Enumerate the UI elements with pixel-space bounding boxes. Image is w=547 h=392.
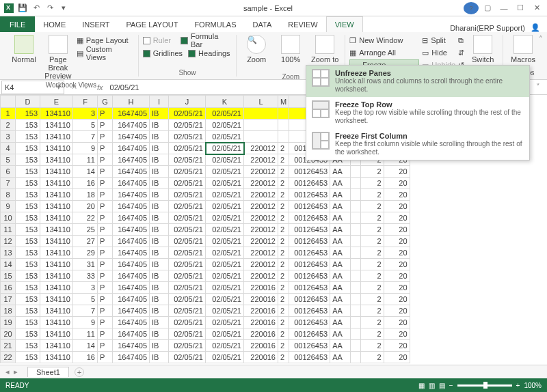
cell[interactable]: 1647405 — [113, 224, 150, 236]
cell[interactable]: AA — [330, 340, 351, 352]
cell[interactable]: 2 — [360, 270, 384, 282]
formula-bar-checkbox[interactable]: Formula Bar — [181, 35, 232, 46]
cell[interactable] — [351, 305, 360, 317]
cell[interactable]: P — [98, 282, 113, 294]
cell[interactable]: 02/05/21 — [169, 270, 206, 282]
cell[interactable]: IB — [150, 294, 169, 305]
cell[interactable]: 02/05/21 — [169, 189, 206, 201]
cell[interactable]: 2 — [278, 166, 289, 178]
row-header[interactable]: 18 — [1, 305, 16, 317]
cell[interactable]: 02/05/21 — [206, 189, 244, 201]
cell[interactable]: 31 — [73, 259, 98, 270]
cell[interactable]: 7 — [73, 131, 98, 143]
tab-formulas[interactable]: FORMULAS — [186, 16, 244, 32]
cell[interactable]: 2 — [360, 224, 384, 236]
expand-formula-bar-icon[interactable]: ˅ — [536, 83, 544, 91]
cell[interactable]: 02/05/21 — [169, 131, 206, 143]
cell[interactable]: 134110 — [40, 178, 73, 189]
cell[interactable]: 2 — [278, 294, 289, 305]
cell[interactable]: 00126453 — [289, 236, 330, 247]
cell[interactable]: IB — [150, 212, 169, 224]
cell[interactable]: 20 — [384, 236, 410, 247]
cell[interactable] — [351, 328, 360, 340]
cell[interactable]: 134110 — [40, 270, 73, 282]
cell[interactable]: 153 — [16, 212, 40, 224]
cell[interactable]: 00126453 — [289, 189, 330, 201]
cell[interactable]: 134110 — [40, 224, 73, 236]
cell[interactable]: P — [98, 270, 113, 282]
ribbon-display-icon[interactable]: ▢ — [480, 2, 495, 14]
cell[interactable]: P — [98, 178, 113, 189]
cell[interactable]: 2 — [360, 294, 384, 305]
cell[interactable]: 20 — [384, 247, 410, 259]
cell[interactable]: 02/05/21 — [169, 247, 206, 259]
cell[interactable] — [351, 317, 360, 328]
col-header-F[interactable]: F — [73, 96, 98, 108]
cell[interactable]: 14 — [73, 340, 98, 352]
cell[interactable]: 2 — [360, 178, 384, 189]
cell[interactable]: 02/05/21 — [169, 143, 206, 154]
cell[interactable]: 02/05/21 — [206, 352, 244, 363]
cell[interactable]: 1647405 — [113, 259, 150, 270]
cell[interactable]: 5 — [73, 120, 98, 131]
cell[interactable]: 220016 — [244, 328, 278, 340]
cell[interactable]: 16 — [73, 352, 98, 363]
row-header[interactable]: 11 — [1, 224, 16, 236]
cell[interactable]: 02/05/21 — [206, 178, 244, 189]
cell[interactable]: 20 — [384, 328, 410, 340]
qat-customize-icon[interactable]: ▾ — [59, 3, 68, 13]
cell[interactable]: 2 — [360, 212, 384, 224]
row-header[interactable]: 20 — [1, 328, 16, 340]
cell[interactable]: P — [98, 143, 113, 154]
cell[interactable]: 153 — [16, 166, 40, 178]
cell[interactable]: AA — [330, 224, 351, 236]
row-header[interactable]: 19 — [1, 317, 16, 328]
cell[interactable]: IB — [150, 352, 169, 363]
cell[interactable]: 1647405 — [113, 340, 150, 352]
cell[interactable] — [278, 108, 289, 120]
cell[interactable]: 00126453 — [289, 340, 330, 352]
cell[interactable]: P — [98, 154, 113, 166]
view-page-break-icon[interactable]: ▤ — [439, 382, 445, 389]
tab-data[interactable]: DATA — [245, 16, 280, 32]
cell[interactable]: 153 — [16, 201, 40, 212]
view-page-layout-icon[interactable]: ▥ — [429, 382, 435, 389]
tab-file[interactable]: FILE — [0, 16, 35, 32]
menu-unfreeze-panes[interactable]: Unfreeze PanesUnlock all rows and column… — [306, 66, 529, 97]
cell[interactable]: 00126453 — [289, 328, 330, 340]
cell[interactable]: 20 — [384, 317, 410, 328]
cell[interactable]: IB — [150, 317, 169, 328]
cell[interactable]: 1647405 — [113, 166, 150, 178]
cell[interactable]: AA — [330, 282, 351, 294]
cell[interactable]: P — [98, 247, 113, 259]
cell[interactable]: 25 — [73, 224, 98, 236]
cell[interactable]: 2 — [360, 352, 384, 363]
cell[interactable]: 220016 — [244, 340, 278, 352]
cell[interactable]: 18 — [73, 189, 98, 201]
page-break-preview-button[interactable]: Page Break Preview — [42, 35, 74, 80]
cell[interactable]: 11 — [73, 154, 98, 166]
cell[interactable]: 153 — [16, 247, 40, 259]
cell[interactable]: 220012 — [244, 224, 278, 236]
cell[interactable]: 153 — [16, 317, 40, 328]
tab-page-layout[interactable]: PAGE LAYOUT — [118, 16, 186, 32]
sync-scroll-button[interactable]: ⇵ — [458, 47, 464, 58]
cell[interactable]: 153 — [16, 294, 40, 305]
cell[interactable]: 2 — [278, 340, 289, 352]
cell[interactable]: 20 — [384, 259, 410, 270]
cell[interactable]: P — [98, 340, 113, 352]
cell[interactable]: 1647405 — [113, 317, 150, 328]
cell[interactable]: 00126453 — [289, 317, 330, 328]
cell[interactable]: AA — [330, 328, 351, 340]
cell[interactable]: P — [98, 328, 113, 340]
custom-views-button[interactable]: ▤Custom Views — [77, 48, 134, 59]
cell[interactable]: 11 — [73, 328, 98, 340]
cell[interactable]: 02/05/21 — [206, 282, 244, 294]
cell[interactable] — [244, 131, 278, 143]
cell[interactable]: P — [98, 120, 113, 131]
user-label[interactable]: Dharani(ERP Support) — [450, 24, 525, 32]
cell[interactable]: 02/05/21 — [206, 166, 244, 178]
arrange-all-button[interactable]: ▦Arrange All — [349, 47, 419, 58]
menu-freeze-top-row[interactable]: Freeze Top RowKeep the top row visible w… — [306, 97, 529, 128]
cell[interactable] — [351, 270, 360, 282]
